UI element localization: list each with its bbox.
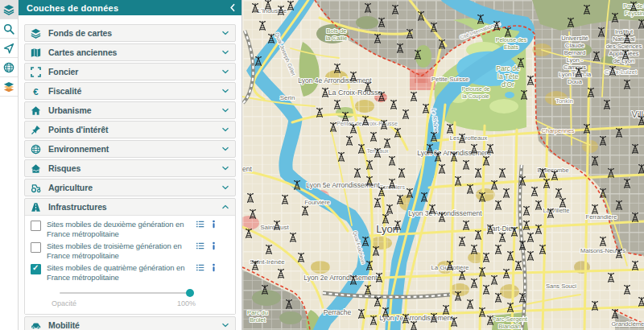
opacity-slider-handle[interactable] bbox=[186, 289, 194, 297]
category-cartes-anciennes[interactable]: Cartes anciennes bbox=[25, 44, 235, 60]
category-mobilite[interactable]: Mobilité bbox=[25, 317, 235, 330]
chevron-down-icon bbox=[221, 68, 229, 76]
map-label: Serin bbox=[280, 94, 295, 101]
opacity-label: Opacité bbox=[52, 299, 76, 307]
tool-nav-arrow[interactable] bbox=[0, 39, 18, 58]
map-label: Bernard bbox=[564, 49, 586, 56]
map-label: LyonTech-la bbox=[559, 71, 592, 78]
category-points-d-interet[interactable]: Points d'intérêt bbox=[25, 122, 235, 138]
legend-icon[interactable] bbox=[196, 220, 204, 229]
app-window: Couches de données Fonds de cartesCartes… bbox=[0, 0, 644, 330]
category-fonds-de-cartes[interactable]: Fonds de cartes bbox=[25, 25, 235, 41]
category-urbanisme[interactable]: Urbanisme bbox=[25, 102, 235, 118]
map-label: Blandan bbox=[498, 323, 521, 330]
map-label: Les Brotteaux bbox=[450, 134, 488, 142]
tractor-icon bbox=[31, 183, 41, 193]
layer-checkbox[interactable] bbox=[31, 242, 41, 253]
old-map-icon bbox=[31, 47, 41, 58]
legend-icon bbox=[196, 220, 204, 229]
chevron-down-icon bbox=[221, 184, 229, 192]
map-label: Université bbox=[561, 35, 588, 42]
globe-icon bbox=[31, 144, 41, 155]
category-label: Points d'intérêt bbox=[48, 125, 214, 134]
home-risk-icon bbox=[31, 163, 41, 174]
category-group-mobilite: Mobilité bbox=[24, 316, 236, 330]
road-icon bbox=[31, 202, 41, 212]
layer-label: Sites mobiles de quatrième génération en… bbox=[47, 263, 190, 283]
category-fiscalite[interactable]: Fiscalité bbox=[25, 83, 235, 99]
home-icon bbox=[31, 105, 41, 116]
category-label: Environnement bbox=[48, 144, 214, 154]
road-icon bbox=[31, 202, 41, 212]
category-label: Cartes anciennes bbox=[48, 47, 214, 57]
globe-icon bbox=[3, 62, 14, 73]
chevron-down-icon bbox=[221, 48, 229, 56]
map-label: Perrache bbox=[324, 308, 352, 316]
layers-panel: Couches de données Fonds de cartesCartes… bbox=[19, 0, 242, 330]
old-map-icon bbox=[31, 47, 41, 58]
chevron-up-icon bbox=[221, 203, 229, 211]
tool-layers[interactable] bbox=[0, 0, 18, 19]
info-icon bbox=[209, 263, 218, 272]
opacity-value: 100% bbox=[177, 299, 196, 307]
map-label: Bois de bbox=[326, 27, 346, 35]
chevron-down-icon bbox=[221, 106, 229, 114]
map-label: Pelouse des bbox=[496, 37, 527, 43]
category-group-points-d-interet: Points d'intérêt bbox=[24, 121, 236, 138]
map-label: Doua bbox=[568, 78, 583, 85]
layer-actions bbox=[196, 220, 218, 229]
map-label: La Croix-Rousse bbox=[328, 89, 382, 97]
chevron-down-icon bbox=[221, 48, 229, 56]
category-environnement[interactable]: Environnement bbox=[25, 141, 235, 157]
euro-icon bbox=[31, 86, 41, 97]
category-group-agriculture: Agriculture bbox=[24, 179, 236, 196]
opacity-slider[interactable] bbox=[60, 289, 192, 297]
category-risques[interactable]: Risques bbox=[25, 160, 235, 176]
tool-layers-3d[interactable] bbox=[0, 77, 18, 97]
map-label: Grandclément bbox=[611, 320, 644, 328]
layers-icon bbox=[31, 28, 41, 39]
info-icon[interactable] bbox=[209, 220, 218, 229]
layer-label: Sites mobiles de troisième génération en… bbox=[47, 241, 190, 261]
category-list: Fonds de cartesCartes anciennesFoncierFi… bbox=[19, 15, 242, 330]
map-label: Arrondissement bbox=[242, 165, 252, 173]
layer-actions bbox=[196, 263, 218, 272]
map-label: Feyssine bbox=[625, 10, 644, 17]
pin-icon bbox=[31, 125, 41, 135]
collapse-panel-button[interactable] bbox=[229, 3, 236, 12]
category-group-foncier: Foncier bbox=[24, 63, 236, 80]
opacity-slider-track[interactable] bbox=[60, 292, 192, 294]
info-icon[interactable] bbox=[209, 241, 218, 250]
chevron-down-icon bbox=[221, 321, 229, 329]
map-label: Lyon 4e Arrondissement bbox=[298, 76, 372, 85]
info-icon[interactable] bbox=[209, 263, 218, 272]
legend-icon[interactable] bbox=[196, 241, 204, 250]
category-agriculture[interactable]: Agriculture bbox=[25, 179, 235, 196]
tool-globe[interactable] bbox=[0, 58, 18, 77]
layer-entry: Sites mobiles de quatrième génération en… bbox=[31, 263, 229, 283]
legend-icon[interactable] bbox=[196, 263, 204, 272]
category-infrastructures[interactable]: Infrastructures bbox=[25, 199, 235, 215]
map-container: L'IndustrieBois dela CailleQuai Joseph G… bbox=[242, 0, 644, 330]
search-icon bbox=[3, 23, 14, 35]
map[interactable]: L'IndustrieBois dela CailleQuai Joseph G… bbox=[242, 0, 644, 330]
tool-search[interactable] bbox=[0, 19, 18, 39]
chevron-down-icon bbox=[221, 184, 229, 192]
chevron-down-icon bbox=[221, 126, 229, 134]
chevron-down-icon bbox=[221, 87, 229, 95]
map-label: d'Or bbox=[502, 80, 514, 89]
nav-arrow-icon bbox=[3, 43, 14, 54]
map-label: Lyon 7e Arrondissement bbox=[379, 314, 453, 322]
layer-checkbox[interactable] bbox=[31, 264, 41, 274]
layers-3d-icon bbox=[3, 81, 14, 93]
map-label: Croix-Luizet bbox=[605, 68, 638, 76]
category-foncier[interactable]: Foncier bbox=[25, 64, 235, 80]
category-label: Infrastructures bbox=[48, 202, 214, 212]
layer-label: Sites mobiles de deuxième génération en … bbox=[47, 220, 190, 239]
panel-header: Couches de données bbox=[19, 0, 242, 15]
layer-checkbox[interactable] bbox=[31, 221, 41, 231]
layer-entry: Sites mobiles de troisième génération en… bbox=[31, 241, 229, 261]
car-icon bbox=[31, 320, 41, 330]
map-label: Claude bbox=[565, 42, 584, 49]
category-label: Foncier bbox=[48, 67, 214, 76]
